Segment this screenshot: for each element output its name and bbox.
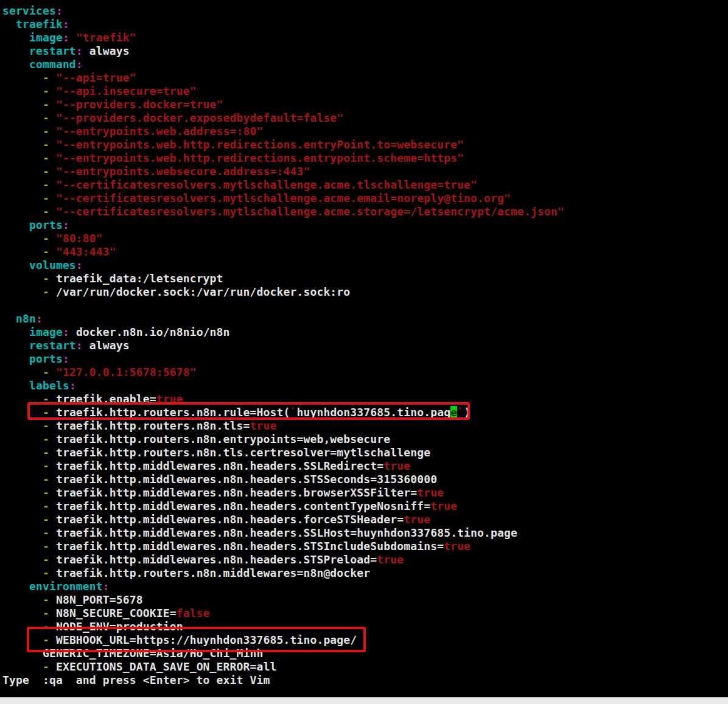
code-line: - traefik.http.routers.n8n.middlewares=n… — [2, 566, 564, 580]
code-line: - traefik.http.routers.n8n.entrypoints=w… — [2, 433, 564, 446]
code-line: image: docker.n8n.io/n8nio/n8n — [2, 326, 564, 339]
code-line: restart: always — [2, 44, 564, 58]
code-line: - "80:80" — [2, 232, 564, 245]
code-line: - "--certificatesresolvers.mytlschalleng… — [2, 178, 564, 192]
code-line: - traefik.http.middlewares.n8n.headers.S… — [2, 553, 564, 566]
code-line: services: — [2, 4, 564, 18]
code-line: restart: always — [2, 339, 564, 352]
code-line: - N8N_PORT=5678 — [2, 593, 564, 607]
code-line: ports: — [2, 218, 564, 232]
code-line: - EXECUTIONS_DATA_SAVE_ON_ERROR=all — [2, 660, 564, 674]
code-line: - "--certificatesresolvers.mytlschalleng… — [2, 192, 564, 205]
code-line: - traefik.http.middlewares.n8n.headers.c… — [2, 500, 564, 513]
code-line: - traefik.http.middlewares.n8n.headers.S… — [2, 540, 564, 553]
code-line: - traefik.enable=true — [2, 392, 564, 406]
vim-cursor: e — [450, 406, 457, 419]
code-line: - traefik.http.middlewares.n8n.headers.S… — [2, 473, 564, 486]
code-line: environment: — [2, 580, 564, 593]
code-line: - "--api=true" — [2, 71, 564, 85]
code-line: command: — [2, 58, 564, 71]
code-line: - "--entrypoints.web.http.redirections.e… — [2, 138, 564, 152]
code-line — [2, 299, 564, 312]
code-line: - "--providers.docker=true" — [2, 98, 564, 111]
code-line: - "--entrypoints.web.address=:80" — [2, 125, 564, 138]
code-line: traefik: — [2, 18, 564, 31]
code-line: - "127.0.0.1:5678:5678" — [2, 366, 564, 379]
code-line: n8n: — [2, 312, 564, 326]
code-line: - N8N_SECURE_COOKIE=false — [2, 607, 564, 620]
code-line: - traefik.http.routers.n8n.tls=true — [2, 419, 564, 433]
code-line: image: "traefik" — [2, 31, 564, 44]
code-line: - WEBHOOK_URL=https://huynhdon337685.tin… — [2, 633, 564, 647]
code-line: - traefik.http.middlewares.n8n.headers.S… — [2, 526, 564, 540]
code-line: - "--entrypoints.websecure.address=:443" — [2, 165, 564, 178]
code-line: - "--api.insecure=true" — [2, 85, 564, 98]
code-line: - traefik.http.routers.n8n.tls.certresol… — [2, 446, 564, 459]
code-line: - traefik.http.middlewares.n8n.headers.S… — [2, 459, 564, 473]
code-line: - traefik.http.middlewares.n8n.headers.b… — [2, 486, 564, 500]
code-line: - traefik_data:/letsencrypt — [2, 272, 564, 285]
code-line: - /var/run/docker.sock:/var/run/docker.s… — [2, 285, 564, 299]
code-line: GENERIC_TIMEZONE=Asia/Ho_Chi_Minh — [2, 647, 564, 660]
vim-exit-message: Type :qa and press <Enter> to exit Vim — [2, 674, 564, 687]
code-line: ports: — [2, 352, 564, 366]
code-line: labels: — [2, 379, 564, 392]
code-line: - traefik.http.middlewares.n8n.headers.f… — [2, 513, 564, 526]
code-line: - NODE_ENV=production — [2, 620, 564, 633]
window-edge-strip — [0, 697, 728, 704]
code-line: - "443:443" — [2, 245, 564, 259]
terminal-screen[interactable]: services: traefik: image: "traefik" rest… — [0, 0, 728, 697]
yaml-editor-content[interactable]: services: traefik: image: "traefik" rest… — [2, 4, 564, 687]
code-line: - "--providers.docker.exposedbydefault=f… — [2, 111, 564, 125]
code-line: volumes: — [2, 259, 564, 272]
code-line: - "--entrypoints.web.http.redirections.e… — [2, 152, 564, 165]
code-line: - "--certificatesresolvers.mytlschalleng… — [2, 205, 564, 218]
code-line: - traefik.http.routers.n8n.rule=Host(`hu… — [2, 406, 564, 419]
